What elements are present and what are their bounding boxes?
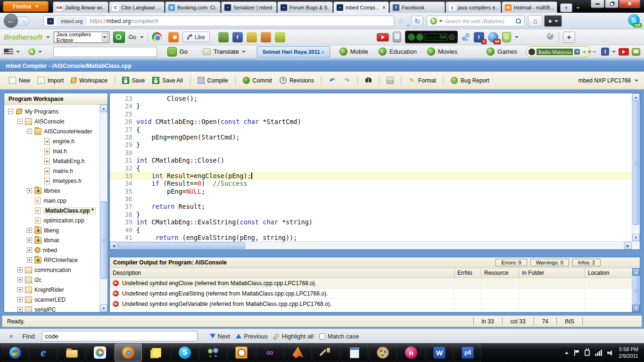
tree-item-serialpc[interactable]: +serialPC [4,304,99,312]
expand-icon[interactable]: + [27,238,32,243]
previous-track-icon[interactable] [408,33,415,41]
expand-icon[interactable]: + [17,287,23,292]
redo-button[interactable]: ↷ [340,75,354,85]
settings-wrench-icon[interactable] [545,33,555,42]
editor-vertical-scrollbar[interactable]: ▲ ▼ [632,93,640,241]
taskbar-windows-explorer[interactable] [58,344,85,362]
code-line-34[interactable]: 34 if (Result==0) //Success [110,180,632,187]
power-icon[interactable] [585,350,590,356]
youtube-icon[interactable] [619,48,629,56]
expand-icon[interactable]: + [27,188,32,193]
mobile-device-icon[interactable] [393,32,401,42]
code-line-41[interactable]: 41 return (engEvalString(pEng, string)); [110,234,632,241]
commit-button[interactable]: Commit [239,75,275,85]
tab-serializer-mbed[interactable]: ▪Serializer | mbed [221,1,277,13]
collapse-icon[interactable]: − [27,129,32,134]
forward-button[interactable]: → [17,16,30,25]
taskbar-media-player[interactable] [86,344,114,362]
action-center-icon[interactable] [574,350,579,356]
output-scrollbar[interactable]: ▲ ▼ [632,268,640,312]
volume-icon[interactable] [607,350,613,356]
column-header-in-folder[interactable]: In Folder [519,268,585,278]
link-education[interactable]: Education [379,48,417,56]
chrome-icon[interactable] [152,32,162,42]
expand-icon[interactable]: + [27,228,32,233]
mute-icon[interactable]: ◄ [581,49,586,54]
radio-player-widget[interactable]: ..... Califo... − [405,31,458,43]
link-games[interactable]: Games [487,48,517,56]
save-button[interactable]: Save [119,75,148,85]
find-previous-button[interactable]: Previous [236,333,268,340]
code-line-31[interactable]: 31int CMatlabEng::Close() [110,156,632,164]
taskbar-sticky-notes[interactable] [143,344,170,362]
column-header-location[interactable]: Location [585,268,632,278]
skype-extension-icon[interactable]: S123 [628,14,640,26]
tree-item-aisconsole[interactable]: −AISConsole [4,116,99,126]
taskbar-internet-explorer[interactable]: e [30,344,57,362]
taskbar-visual-studio[interactable]: ∞ [256,344,283,362]
expand-icon[interactable]: + [17,277,23,282]
match-case-checkbox[interactable] [319,333,325,339]
play-icon[interactable] [416,33,423,41]
errors-badge[interactable]: Errors: 9 [495,259,527,266]
tab-close-icon[interactable]: × [382,4,386,11]
bookmark-star-icon[interactable]: ☆ [397,16,404,25]
tree-item-aisconsoleheader[interactable]: −AISConsoleHeader [4,126,99,136]
tab-java-compilers-e[interactable]: gjava compilers e... [446,1,501,13]
tv-icon[interactable] [632,48,640,56]
highlight-all-button[interactable]: Highlight all [273,333,314,340]
game-app-icon-2[interactable]: f [232,32,243,42]
workspace-scrollbar[interactable]: ▲ ▼ [99,105,107,312]
volume-up-button[interactable]: + [587,48,591,55]
chevron-down-icon[interactable] [242,51,246,53]
find-next-button[interactable]: Next [210,333,231,340]
scrollbar-thumb[interactable] [633,276,639,304]
home-button[interactable]: ⌂ [528,15,542,27]
column-header-resource[interactable]: Resource [481,268,519,278]
game-app-icon-5[interactable] [275,32,285,42]
bookmarks-menu-button[interactable]: ★ [544,15,562,27]
station-dropdown[interactable]: ▾ [574,49,580,55]
taskbar-firefox[interactable] [115,344,142,362]
game-app-icon-1[interactable] [218,32,229,42]
taskbar-start[interactable] [1,344,29,362]
match-case-option[interactable]: Match case [319,333,359,340]
radio-malaysia-widget[interactable]: Radio Malaysia ▾ ◄ + − [526,46,591,58]
firefox-menu-button[interactable]: Firefox [3,1,49,12]
green-tag-icon[interactable]: G [502,32,511,42]
babylon-icon[interactable]: b [28,48,35,55]
tree-item-matlabclass-cpp[interactable]: MatlabClass.cpp * [4,206,99,215]
code-line-40[interactable]: 40{ [110,226,632,234]
tree-item-libmat[interactable]: +libmat [4,235,99,245]
scroll-left-arrow[interactable]: ◀ [110,242,117,249]
scrollbar-thumb[interactable] [100,201,107,279]
taskbar-uvision4[interactable]: μ4 [454,344,481,362]
tree-item-engine-h[interactable]: engine.h [4,136,99,146]
toolbar-search-button[interactable] [113,32,125,43]
code-line-26[interactable]: 26void CMatlabEng::Open(const char *Star… [110,118,632,125]
import-button[interactable]: Import [34,75,67,85]
code-line-24[interactable]: 24} [110,102,632,110]
tree-item-mbed[interactable]: +mbed [4,245,99,255]
infos-badge[interactable]: Infos: 2 [572,259,601,266]
code-line-27[interactable]: 27{ [110,126,632,133]
youtube-icon[interactable] [377,33,389,41]
tab-overflow-button[interactable] [576,2,580,11]
taskbar-notepad[interactable] [341,344,368,362]
volume-icon[interactable]: − [449,34,455,40]
tab-forum-bugs-s[interactable]: ▪Forum Bugs & S... [277,1,333,13]
url-bar[interactable]: ▪ mbed.org https://mbed.org/compiler/# [43,16,394,26]
chevron-down-icon[interactable] [515,36,519,38]
tab-booking-com-ci[interactable]: BBooking.com: Ci... [165,1,221,13]
code-line-28[interactable]: 28 pEng=engOpen(StartCmd); [110,133,632,141]
taskbar-matlab[interactable] [284,344,312,362]
scroll-up-arrow[interactable]: ▲ [632,93,640,101]
volume-down-button[interactable]: − [593,48,596,55]
pacman-app-icon[interactable] [168,32,179,42]
taskbar-tools-app[interactable] [313,344,340,362]
expand-icon[interactable]: + [17,267,23,272]
column-header-errno[interactable]: ErrNo [454,268,481,278]
facebook-share-icon[interactable]: f [601,48,609,56]
code-line-25[interactable]: 25 [110,110,632,118]
code-line-36[interactable]: 36 [110,195,632,203]
